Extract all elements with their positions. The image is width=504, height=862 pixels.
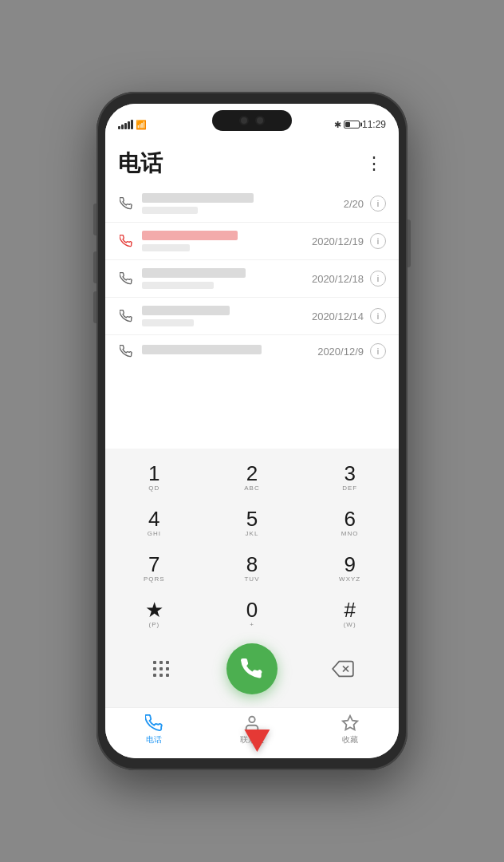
call-item[interactable]: 2020/12/19 i <box>105 223 399 260</box>
call-name-blur <box>142 268 246 278</box>
svg-rect-4 <box>159 667 163 670</box>
call-info <box>142 231 312 251</box>
call-name-blur <box>142 306 230 315</box>
missed-call-icon <box>118 233 134 249</box>
signal-bars <box>118 120 133 129</box>
call-sub-blur <box>142 207 198 214</box>
call-info <box>142 268 312 289</box>
info-button[interactable]: i <box>370 271 386 287</box>
nav-item-favorites[interactable]: 收藏 <box>301 714 399 745</box>
call-sub-blur <box>142 244 190 251</box>
dial-key-9[interactable]: 9 WXYZ <box>301 546 399 591</box>
call-item[interactable]: 2/20 i <box>105 185 399 223</box>
call-item[interactable]: 2020/12/9 i <box>105 335 399 367</box>
wifi-icon: 📶 <box>136 120 147 130</box>
call-info <box>142 193 344 214</box>
call-name-blur-red <box>142 231 238 240</box>
call-date: 2020/12/9 <box>317 346 364 358</box>
nav-label-phone: 电话 <box>146 734 162 745</box>
svg-rect-0 <box>153 661 156 664</box>
outgoing-call-icon <box>118 308 134 324</box>
app-content: 电话 ⋮ 2/20 i <box>105 139 399 758</box>
delete-button[interactable] <box>322 648 364 690</box>
call-name-blur <box>142 345 262 354</box>
dialpad-grid: 1 QD 2 ABC 3 DEF 4 GHI <box>105 455 399 637</box>
call-date: 2020/12/14 <box>312 310 364 322</box>
svg-point-11 <box>249 717 254 722</box>
dial-key-0[interactable]: 0 + <box>203 591 301 637</box>
call-sub-blur <box>142 282 214 289</box>
info-button[interactable]: i <box>370 343 386 359</box>
status-left: 📶 <box>118 120 147 130</box>
call-item[interactable]: 2020/12/14 i <box>105 298 399 335</box>
call-date: 2/20 <box>344 198 364 210</box>
battery-fill <box>345 122 350 127</box>
outgoing-call-icon <box>118 196 134 212</box>
call-sub-blur <box>142 319 194 326</box>
dialpad-toggle-button[interactable] <box>140 648 182 690</box>
svg-rect-1 <box>159 661 163 664</box>
dial-key-1[interactable]: 1 QD <box>105 455 203 500</box>
nav-bar: 电话 联系人 收藏 <box>105 707 399 758</box>
battery-icon <box>344 121 360 129</box>
svg-rect-5 <box>166 667 169 670</box>
call-info <box>142 345 317 358</box>
outgoing-call-icon <box>118 271 134 287</box>
nav-item-contacts[interactable]: 联系人 <box>203 714 301 745</box>
dial-actions <box>105 637 399 704</box>
cursor-pointer <box>244 730 270 752</box>
phone-screen: 📶 ✱ 11:29 电话 ⋮ <box>105 104 399 758</box>
camera-lens <box>239 116 249 125</box>
status-right: ✱ 11:29 <box>334 119 386 130</box>
svg-rect-3 <box>153 667 156 670</box>
dial-key-star[interactable]: ★ (P) <box>105 591 203 637</box>
page-title: 电话 <box>118 148 163 179</box>
call-button[interactable] <box>226 643 278 694</box>
dial-key-7[interactable]: 7 PQRS <box>105 546 203 591</box>
camera-lens-2 <box>255 116 265 125</box>
call-name-blur <box>142 193 254 203</box>
camera-notch <box>212 110 292 131</box>
dial-key-hash[interactable]: # (W) <box>301 591 399 637</box>
call-date: 2020/12/18 <box>312 273 364 285</box>
phone-frame: 📶 ✱ 11:29 电话 ⋮ <box>96 92 408 770</box>
dial-key-2[interactable]: 2 ABC <box>203 455 301 500</box>
svg-rect-8 <box>166 674 169 677</box>
info-button[interactable]: i <box>370 196 386 212</box>
svg-rect-2 <box>166 661 169 664</box>
dialpad: 1 QD 2 ABC 3 DEF 4 GHI <box>105 449 399 707</box>
info-button[interactable]: i <box>370 308 386 324</box>
time-display: 11:29 <box>362 119 386 130</box>
call-date: 2020/12/19 <box>312 235 364 247</box>
status-bar: 📶 ✱ 11:29 <box>105 104 399 139</box>
app-header: 电话 ⋮ <box>105 139 399 185</box>
call-list: 2/20 i 2020/12/19 i <box>105 185 399 449</box>
svg-rect-6 <box>153 674 156 677</box>
dial-key-6[interactable]: 6 MNO <box>301 500 399 546</box>
svg-marker-12 <box>343 716 357 730</box>
nav-label-favorites: 收藏 <box>342 734 358 745</box>
bluetooth-icon: ✱ <box>334 120 341 130</box>
call-item[interactable]: 2020/12/18 i <box>105 260 399 298</box>
dial-key-5[interactable]: 5 JKL <box>203 500 301 546</box>
dial-key-8[interactable]: 8 TUV <box>203 546 301 591</box>
outgoing-call-icon <box>118 343 134 359</box>
nav-item-phone[interactable]: 电话 <box>105 714 203 745</box>
call-info <box>142 306 312 326</box>
more-menu-button[interactable]: ⋮ <box>362 150 386 177</box>
info-button[interactable]: i <box>370 233 386 249</box>
dial-key-4[interactable]: 4 GHI <box>105 500 203 546</box>
dial-key-3[interactable]: 3 DEF <box>301 455 399 500</box>
svg-rect-7 <box>159 674 163 677</box>
